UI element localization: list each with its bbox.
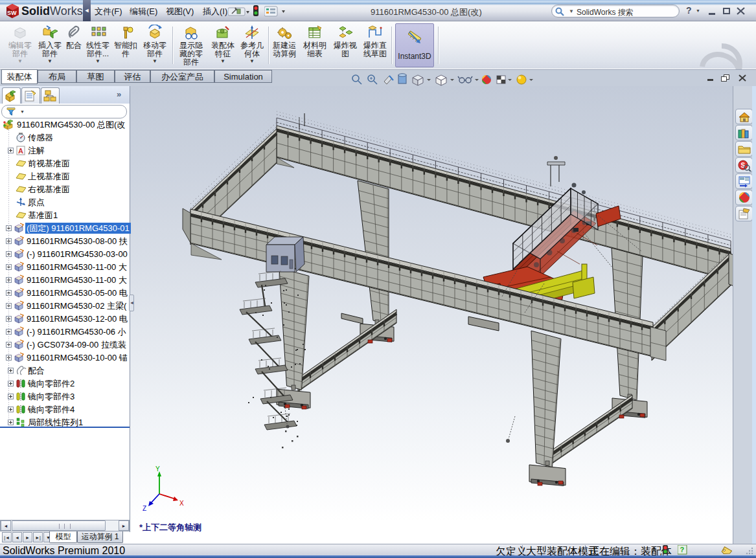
svg-text:?: ? <box>680 546 685 553</box>
svg-text:Y: Y <box>155 465 160 473</box>
svg-text:A: A <box>18 147 23 155</box>
svg-text:SW: SW <box>7 10 17 16</box>
svg-text:X: X <box>179 500 184 507</box>
svg-text:Z: Z <box>143 505 146 512</box>
